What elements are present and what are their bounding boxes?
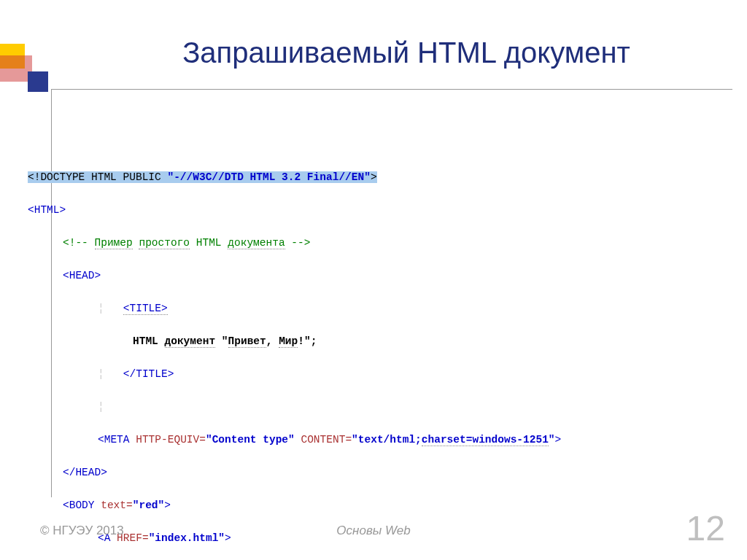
footer-subject: Основы Web bbox=[0, 524, 747, 538]
code-example: <!DOCTYPE HTML PUBLIC "-//W3C//DTD HTML … bbox=[28, 153, 561, 560]
divider-horizontal bbox=[51, 89, 732, 90]
slide-title: Запрашиваемый HTML документ bbox=[95, 36, 718, 69]
page-number: 12 bbox=[686, 508, 725, 548]
